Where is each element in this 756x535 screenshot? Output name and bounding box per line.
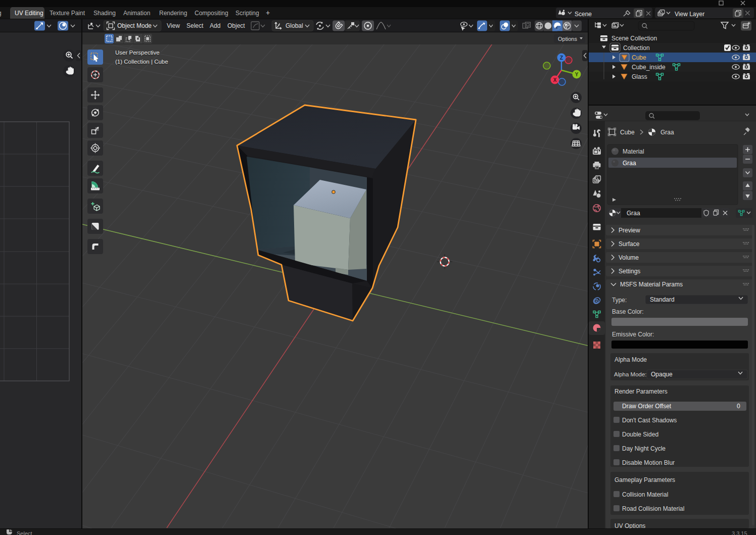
- svg-text:Graa: Graa: [623, 160, 636, 167]
- svg-text:Gameplay Parameters: Gameplay Parameters: [615, 476, 675, 483]
- svg-text:Y: Y: [575, 72, 579, 77]
- svg-text:Scene: Scene: [575, 11, 592, 18]
- svg-text:0: 0: [737, 403, 740, 410]
- svg-text:Collision Material: Collision Material: [622, 491, 668, 498]
- svg-text:Alpha Mode: Alpha Mode: [615, 356, 647, 363]
- svg-text:Collection: Collection: [623, 44, 650, 52]
- svg-text:Material: Material: [623, 148, 644, 155]
- svg-text:Type:: Type:: [612, 297, 627, 304]
- svg-text:Z: Z: [560, 55, 563, 61]
- svg-text:Render Parameters: Render Parameters: [615, 388, 668, 395]
- svg-text:Day Night Cycle: Day Night Cycle: [622, 445, 666, 452]
- svg-text:Don't Cast Shadows: Don't Cast Shadows: [622, 417, 677, 424]
- svg-text:Graa: Graa: [627, 210, 640, 217]
- svg-text:Disable Motion Blur: Disable Motion Blur: [622, 459, 675, 466]
- svg-text:Opaque: Opaque: [651, 371, 673, 378]
- svg-text:Double Sided: Double Sided: [622, 431, 658, 438]
- svg-text:Surface: Surface: [619, 240, 640, 248]
- svg-text:Glass: Glass: [632, 73, 647, 80]
- svg-text:Graa: Graa: [660, 129, 674, 136]
- svg-text:Emissive Color:: Emissive Color:: [612, 331, 654, 338]
- svg-text:X: X: [553, 77, 557, 83]
- svg-text:Settings: Settings: [619, 268, 640, 275]
- svg-text:UV Options: UV Options: [615, 522, 645, 528]
- svg-text:View Layer: View Layer: [675, 11, 704, 18]
- svg-text:Draw Order Offset: Draw Order Offset: [622, 403, 672, 410]
- svg-text:MSFS Material Params: MSFS Material Params: [620, 281, 683, 288]
- svg-text:Scene Collection: Scene Collection: [611, 35, 657, 42]
- svg-text:Preview: Preview: [619, 227, 640, 234]
- svg-text:Cube: Cube: [632, 54, 646, 61]
- svg-text:Base Color:: Base Color:: [612, 308, 644, 315]
- svg-text:Road Collision Material: Road Collision Material: [622, 505, 684, 512]
- svg-text:Cube_inside: Cube_inside: [632, 64, 666, 71]
- svg-text:Volume: Volume: [619, 254, 639, 261]
- svg-text:Alpha Mode:: Alpha Mode:: [614, 371, 647, 377]
- svg-text:Cube: Cube: [620, 129, 635, 136]
- svg-text:Standard: Standard: [650, 296, 675, 303]
